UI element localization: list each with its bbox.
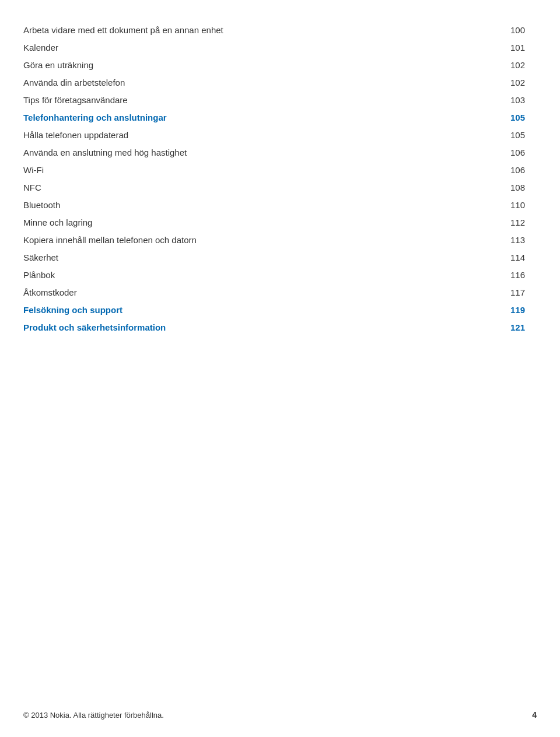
page-content: Arbeta vidare med ett dokument på en ann… (0, 0, 560, 385)
toc-entry: Kopiera innehåll mellan telefonen och da… (23, 233, 525, 247)
toc-entry-page: 106 (496, 163, 525, 177)
toc-entry-page: 102 (496, 76, 525, 90)
toc-entry-page: 102 (496, 58, 525, 72)
toc-entry-text: Bluetooth (23, 198, 496, 212)
toc-entry-page: 105 (496, 128, 525, 142)
toc-entry: Använda en anslutning med hög hastighet1… (23, 146, 525, 160)
toc-entry: Hålla telefonen uppdaterad105 (23, 128, 525, 142)
toc-entry-text: Plånbok (23, 268, 496, 282)
toc-entry: Plånbok116 (23, 268, 525, 282)
toc-entry-text: Minne och lagring (23, 216, 496, 230)
footer: © 2013 Nokia. Alla rättigheter förbehåll… (0, 710, 560, 720)
toc-entry: Arbeta vidare med ett dokument på en ann… (23, 23, 525, 37)
toc-entry: Minne och lagring112 (23, 216, 525, 230)
toc-entry-page: 100 (496, 23, 525, 37)
toc-entry-text: Produkt och säkerhetsinformation (23, 321, 496, 335)
toc-entry-page: 101 (496, 41, 525, 55)
footer-page-number: 4 (532, 710, 537, 720)
toc-entry: Telefonhantering och anslutningar105 (23, 111, 525, 125)
toc-entry-text: Felsökning och support (23, 303, 496, 317)
toc-entry-page: 119 (496, 303, 525, 317)
toc-entry-page: 121 (496, 321, 525, 335)
toc-entry-text: Använda din arbetstelefon (23, 76, 496, 90)
toc-entry-page: 108 (496, 181, 525, 195)
toc-entry: Kalender101 (23, 41, 525, 55)
toc-entry-page: 103 (496, 93, 525, 107)
toc-entry-text: Använda en anslutning med hög hastighet (23, 146, 496, 160)
toc-entry-text: Säkerhet (23, 251, 496, 265)
toc-entry-page: 117 (496, 286, 525, 300)
toc-entry: Felsökning och support119 (23, 303, 525, 317)
toc-entry-text: Åtkomstkoder (23, 286, 496, 300)
toc-entry-text: Tips för företagsanvändare (23, 93, 496, 107)
toc-entry: Göra en uträkning102 (23, 58, 525, 72)
toc-entry: Åtkomstkoder117 (23, 286, 525, 300)
toc-list: Arbeta vidare med ett dokument på en ann… (23, 23, 525, 335)
toc-entry-text: Telefonhantering och anslutningar (23, 111, 496, 125)
toc-entry-page: 105 (496, 111, 525, 125)
toc-entry: Använda din arbetstelefon102 (23, 76, 525, 90)
toc-entry-text: Wi-Fi (23, 163, 496, 177)
toc-entry-page: 112 (496, 216, 525, 230)
toc-entry: NFC108 (23, 181, 525, 195)
toc-entry: Bluetooth110 (23, 198, 525, 212)
toc-entry-page: 116 (496, 268, 525, 282)
toc-entry-text: Arbeta vidare med ett dokument på en ann… (23, 23, 496, 37)
toc-entry-page: 113 (496, 233, 525, 247)
toc-entry: Tips för företagsanvändare103 (23, 93, 525, 107)
toc-entry-text: Kopiera innehåll mellan telefonen och da… (23, 233, 496, 247)
footer-copyright: © 2013 Nokia. Alla rättigheter förbehåll… (23, 711, 164, 720)
toc-entry-text: Kalender (23, 41, 496, 55)
toc-entry: Wi-Fi106 (23, 163, 525, 177)
toc-entry: Säkerhet114 (23, 251, 525, 265)
toc-entry-page: 110 (496, 198, 525, 212)
toc-entry: Produkt och säkerhetsinformation121 (23, 321, 525, 335)
toc-entry-page: 114 (496, 251, 525, 265)
toc-entry-text: Göra en uträkning (23, 58, 496, 72)
toc-entry-text: Hålla telefonen uppdaterad (23, 128, 496, 142)
toc-entry-text: NFC (23, 181, 496, 195)
toc-entry-page: 106 (496, 146, 525, 160)
